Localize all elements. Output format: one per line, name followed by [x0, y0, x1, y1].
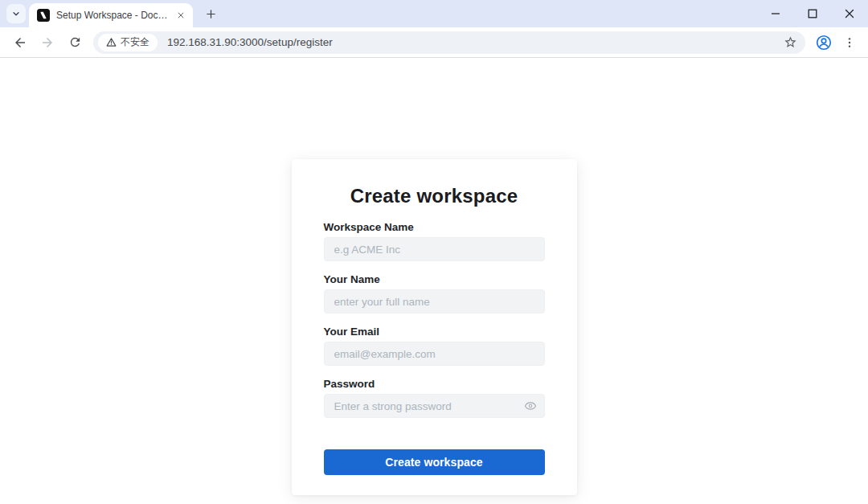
password-visibility-toggle[interactable]	[522, 397, 539, 415]
new-tab-button[interactable]	[199, 2, 222, 25]
account-circle-icon	[815, 34, 833, 51]
address-bar[interactable]: 不安全 192.168.31.90:3000/setup/register	[93, 31, 805, 54]
plus-icon	[205, 8, 217, 20]
back-button[interactable]	[8, 31, 32, 55]
window-close-button[interactable]	[831, 0, 868, 27]
page-content: Create workspace Workspace Name Your Nam…	[0, 58, 868, 504]
workspace-name-input[interactable]	[324, 237, 545, 261]
your-email-label: Your Email	[324, 326, 545, 338]
password-input[interactable]	[324, 394, 545, 418]
tab-strip: Setup Workspace - Docmost	[0, 0, 868, 27]
window-maximize-button[interactable]	[794, 0, 831, 27]
forward-button[interactable]	[35, 31, 59, 55]
browser-window: Setup Workspace - Docmost	[0, 0, 868, 504]
url-text: 192.168.31.90:3000/setup/register	[167, 36, 333, 48]
eye-icon	[524, 400, 537, 412]
window-minimize-button[interactable]	[757, 0, 794, 27]
reload-icon	[68, 35, 82, 49]
password-field: Password	[324, 378, 545, 418]
your-email-field: Your Email	[324, 326, 545, 366]
tab-title: Setup Workspace - Docmost	[56, 10, 169, 21]
create-workspace-button[interactable]: Create workspace	[324, 449, 545, 475]
arrow-back-icon	[13, 35, 27, 50]
chevron-down-icon	[11, 9, 21, 18]
browser-tab-active[interactable]: Setup Workspace - Docmost	[29, 3, 193, 27]
browser-toolbar: 不安全 192.168.31.90:3000/setup/register	[0, 27, 868, 58]
profile-button[interactable]	[812, 31, 836, 55]
workspace-name-field: Workspace Name	[324, 221, 545, 261]
tab-close-icon[interactable]	[174, 8, 188, 23]
browser-menu-button[interactable]	[837, 31, 862, 55]
tab-search-button[interactable]	[6, 4, 26, 23]
bookmark-button[interactable]	[780, 32, 800, 53]
security-label: 不安全	[121, 35, 149, 49]
arrow-forward-icon	[40, 35, 55, 50]
your-name-label: Your Name	[324, 273, 545, 286]
warning-icon	[106, 37, 117, 47]
security-chip[interactable]: 不安全	[98, 34, 158, 51]
create-workspace-card: Create workspace Workspace Name Your Nam…	[292, 159, 577, 495]
three-dot-menu-icon	[843, 36, 856, 49]
reload-button[interactable]	[63, 31, 87, 55]
password-label: Password	[324, 378, 545, 391]
star-icon	[784, 35, 797, 49]
window-controls	[757, 0, 868, 27]
your-email-input[interactable]	[324, 342, 545, 366]
page-title: Create workspace	[324, 186, 545, 207]
docmost-favicon-icon	[37, 9, 50, 22]
workspace-name-label: Workspace Name	[324, 221, 545, 234]
your-name-field: Your Name	[324, 273, 545, 313]
your-name-input[interactable]	[324, 289, 545, 313]
